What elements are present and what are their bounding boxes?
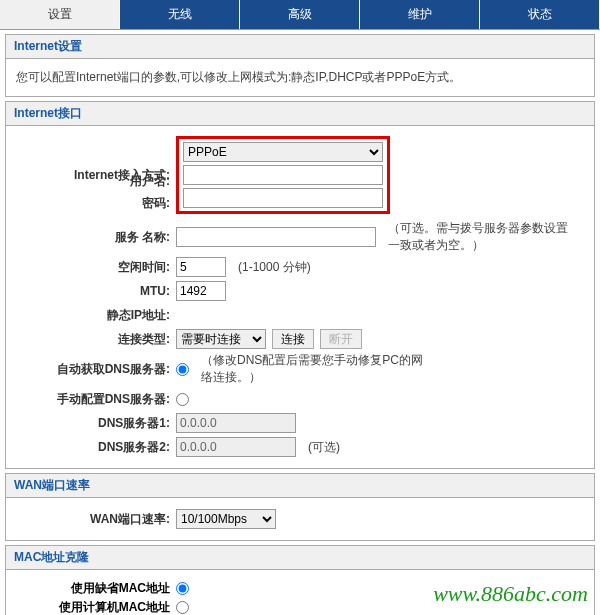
auto-dns-label: 自动获取DNS服务器: — [16, 361, 176, 378]
section-title: Internet设置 — [6, 35, 594, 59]
tab-settings[interactable]: 设置 — [0, 0, 120, 29]
mac-pc-label: 使用计算机MAC地址 — [16, 599, 176, 615]
section-title: WAN端口速率 — [6, 474, 594, 498]
mtu-input[interactable] — [176, 281, 226, 301]
section-internet-port: Internet接口 Internet接入方式: PPPoE — [5, 101, 595, 469]
password-input[interactable] — [183, 188, 383, 208]
mac-default-label: 使用缺省MAC地址 — [16, 580, 176, 597]
dns-note: （修改DNS配置后需要您手动修复PC的网络连接。） — [201, 352, 431, 386]
idle-input[interactable] — [176, 257, 226, 277]
idle-hint: (1-1000 分钟) — [238, 259, 311, 276]
section-title: MAC地址克隆 — [6, 546, 594, 570]
disconnect-button[interactable]: 断开 — [320, 329, 362, 349]
conn-type-select[interactable]: 需要时连接 — [176, 329, 266, 349]
dns2-label: DNS服务器2: — [16, 439, 176, 456]
section-internet-settings: Internet设置 您可以配置Internet端口的参数,可以修改上网模式为:… — [5, 34, 595, 97]
mac-pc-radio[interactable] — [176, 601, 189, 614]
dns1-input[interactable] — [176, 413, 296, 433]
access-label: Internet接入方式: — [16, 167, 176, 184]
wan-rate-select[interactable]: 10/100Mbps — [176, 509, 276, 529]
idle-label: 空闲时间: — [16, 259, 176, 276]
pppoe-highlight: PPPoE — [176, 136, 390, 214]
service-name-input[interactable] — [176, 227, 376, 247]
tab-wireless[interactable]: 无线 — [120, 0, 240, 29]
mac-default-radio[interactable] — [176, 582, 189, 595]
dns2-hint: (可选) — [308, 439, 340, 456]
main-tabs: 设置 无线 高级 维护 状态 — [0, 0, 600, 30]
tab-advanced[interactable]: 高级 — [240, 0, 360, 29]
watermark-text: www.886abc.com — [433, 581, 588, 607]
wan-rate-label: WAN端口速率: — [16, 511, 176, 528]
connect-button[interactable]: 连接 — [272, 329, 314, 349]
tab-status[interactable]: 状态 — [480, 0, 600, 29]
username-input[interactable] — [183, 165, 383, 185]
auto-dns-radio[interactable] — [176, 363, 189, 376]
mtu-label: MTU: — [16, 284, 176, 298]
static-ip-label: 静态IP地址: — [16, 307, 176, 324]
conn-type-label: 连接类型: — [16, 331, 176, 348]
tab-maintenance[interactable]: 维护 — [360, 0, 480, 29]
section-title: Internet接口 — [6, 102, 594, 126]
internet-settings-desc: 您可以配置Internet端口的参数,可以修改上网模式为:静态IP,DHCP或者… — [16, 67, 584, 88]
manual-dns-radio[interactable] — [176, 393, 189, 406]
manual-dns-label: 手动配置DNS服务器: — [16, 391, 176, 408]
section-wan-rate: WAN端口速率 WAN端口速率: 10/100Mbps — [5, 473, 595, 541]
service-name-label: 服务 名称: — [16, 229, 176, 246]
dns1-label: DNS服务器1: — [16, 415, 176, 432]
dns2-input[interactable] — [176, 437, 296, 457]
service-name-hint: （可选。需与拨号服务器参数设置一致或者为空。） — [388, 220, 568, 254]
access-select[interactable]: PPPoE — [183, 142, 383, 162]
